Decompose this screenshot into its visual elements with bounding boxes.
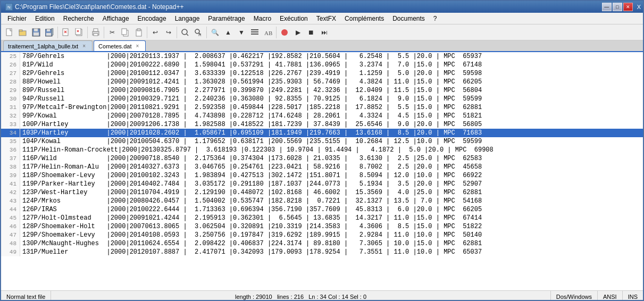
macro-rec-button[interactable] [278,26,291,39]
menu-item-fichier[interactable]: Fichier [3,14,31,23]
line-number: 38 [1,163,20,171]
line-number: 39 [1,171,20,180]
line-content: 97P/Metcalf-Brewington|2000|20110821.929… [20,103,482,112]
redo-button[interactable]: ↪ [162,26,175,39]
tab-close-icon[interactable]: × [80,43,88,50]
paste-button[interactable] [132,26,145,39]
table-row[interactable]: 49131P/Mueller |2000|20120107.8887 | 2.4… [1,248,643,256]
tab-Cometesdat[interactable]: Cometes.dat× [94,40,146,51]
table-row[interactable]: 42123P/West-Hartley |2000|20110704.4919 … [1,188,643,197]
save-button[interactable] [30,26,43,39]
tab-traitement1alphabulletxt[interactable]: traitement_1alpha_bulle.txt× [3,40,93,51]
line-content: 103P/Hartley |2000|20101028.2602 | 1.058… [20,129,482,137]
menu-item-edition[interactable]: Edition [31,14,59,23]
menu-bar: FichierEditionRechercheAffichageEncodage… [1,13,643,24]
close-file-button[interactable] [60,26,72,39]
line-content: 117P/Helin-Roman-Alu |2000|20140327.6373… [20,163,482,171]
table-row[interactable]: 3094P/Russell |2000|20100329.7121 | 2.24… [1,95,643,103]
table-row[interactable]: 2782P/Gehrels |2000|20100112.0347 | 3.63… [1,69,643,78]
menu-item-affichage[interactable]: Affichage [98,14,133,23]
table-row[interactable]: 44126P/IRAS |2000|20100222.6444 | 1.7133… [1,205,643,214]
table-row[interactable]: 37116P/Wild |2000|20090718.8540 | 2.1753… [1,154,643,163]
table-row[interactable]: 3197P/Metcalf-Brewington|2000|20110821.9… [1,103,643,112]
close-all-button[interactable] [73,26,86,39]
menu-item-textfx[interactable]: TextFX [312,14,340,23]
table-row[interactable]: 34103P/Hartley |2000|20101028.2602 | 1.0… [1,129,643,137]
save-all-button[interactable] [43,26,56,39]
find-button[interactable] [179,26,191,39]
table-row[interactable]: 2578P/Gehrels |2000|20120113.1937 | 2.00… [1,52,643,61]
toolbar-btn-10[interactable]: ABC [262,26,274,39]
menu-item-macro[interactable]: Macro [249,14,275,23]
svg-text:R: R [198,32,202,37]
minimize-button[interactable]: — [602,3,612,11]
macro-save-button[interactable]: ⏭ [318,26,331,39]
table-row[interactable]: 2888P/Howell |2000|20091012.4241 | 1.363… [1,78,643,86]
tab-label: Cometes.dat [98,43,131,49]
line-number: 35 [1,137,20,146]
toolbar-btn-8[interactable]: ▼ [235,26,248,39]
menu-item-[interactable]: ? [429,14,441,23]
tab-label: traitement_1alpha_bulle.txt [8,43,78,49]
editor-content[interactable]: 2578P/Gehrels |2000|20120113.1937 | 2.00… [1,52,643,290]
close-button[interactable]: ✕ [623,3,633,11]
svg-rect-2 [19,30,22,31]
menu-item-langage[interactable]: Langage [171,14,204,23]
line-content: 129P/Shoemaker-Levy |2000|20140108.0593 … [20,231,482,239]
svg-rect-30 [251,31,258,32]
line-content: 104P/Kowal |2000|20100504.6370 | 1.17965… [20,137,482,146]
title-bar-controls: — □ ✕ X [602,3,641,11]
line-number: 48 [1,239,20,248]
table-row[interactable]: 38117P/Helin-Roman-Alu |2000|20140327.63… [1,163,643,171]
line-number: 45 [1,214,20,222]
line-number: 34 [1,129,20,137]
copy-button[interactable] [119,26,132,39]
line-content: 128P/Shoemaker-Holt |2000|20070613.8065 … [20,222,482,231]
table-row[interactable]: 47129P/Shoemaker-Levy |2000|20140108.059… [1,231,643,239]
table-row[interactable]: 46128P/Shoemaker-Holt |2000|20070613.806… [1,222,643,231]
line-number: 36 [1,146,20,154]
table-row[interactable]: 2681P/Wild |2000|20100222.6890 | 1.59804… [1,61,643,69]
line-number: 32 [1,112,20,120]
print-button[interactable] [89,26,102,39]
cut-button[interactable]: ✂ [106,26,119,39]
table-row[interactable]: 48130P/McNaught-Hughes |2000|20110624.65… [1,239,643,248]
zoom-in-button[interactable]: 🔍 [208,26,221,39]
toolbar-btn-7[interactable]: ▲ [222,26,235,39]
menu-item-paramtrage[interactable]: Paramétrage [204,14,249,23]
tabs-bar: traitement_1alpha_bulle.txt×Cometes.dat× [1,40,643,52]
open-button[interactable] [16,26,29,39]
table-row[interactable]: 3299P/Kowal |2000|20070128.7895 | 4.7438… [1,112,643,120]
toolbar-btn-9[interactable] [248,26,261,39]
table-row[interactable]: 39118P/Shoemaker-Levy |2000|20100102.324… [1,171,643,180]
menu-item-documents[interactable]: Documents [388,14,429,23]
menu-item-recherche[interactable]: Recherche [59,14,98,23]
table-row[interactable]: 35104P/Kowal |2000|20100504.6370 | 1.179… [1,137,643,146]
replace-button[interactable]: R [192,26,205,39]
macro-play-button[interactable]: ▶ [291,26,304,39]
menu-item-excution[interactable]: Exécution [275,14,312,23]
table-row[interactable]: 36111P/Helin-Roman-Crockett|2000|2013032… [1,146,643,154]
tab-close-icon[interactable]: × [133,43,141,50]
menu-item-complments[interactable]: Compléments [340,14,388,23]
line-number: 44 [1,205,20,214]
table-row[interactable]: 43124P/Mrkos |2000|20080426.0457 | 1.504… [1,197,643,205]
table-row[interactable]: 41119P/Parker-Hartley |2000|20140402.748… [1,180,643,188]
table-row[interactable]: 33100P/Hartley |2000|20091206.1738 | 1.9… [1,120,643,129]
menu-item-encodage[interactable]: Encodage [133,14,171,23]
maximize-button[interactable]: □ [613,3,622,11]
line-number: 26 [1,61,20,69]
line-content: 100P/Hartley |2000|20091206.1738 | 1.982… [20,120,482,129]
line-number: 49 [1,248,20,256]
table-row[interactable]: 45127P/Holt-Olmstead |2000|20091021.4244… [1,214,643,222]
svg-rect-8 [46,33,51,36]
status-eol: Dos/Windows [551,291,598,301]
macro-stop-button[interactable]: ⏹ [305,26,317,39]
line-number: 43 [1,197,20,205]
table-row[interactable]: 2989P/Russell |2000|20090816.7905 | 2.27… [1,86,643,95]
new-button[interactable] [3,26,16,39]
line-content: 88P/Howell |2000|20091012.4241 | 1.36302… [20,78,482,86]
svg-rect-23 [137,29,140,31]
line-content: 124P/Mrkos |2000|20080426.0457 | 1.50400… [20,197,482,205]
undo-button[interactable]: ↩ [149,26,162,39]
